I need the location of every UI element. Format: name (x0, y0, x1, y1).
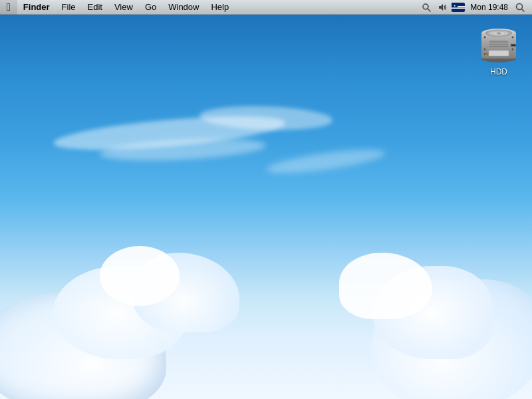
menu-finder[interactable]: Finder (17, 0, 56, 15)
cloud-wispy-4 (265, 145, 386, 178)
hdd-label: HDD (487, 66, 510, 77)
svg-rect-23 (511, 45, 515, 46)
menubar:  Finder File Edit View Go Window Help (0, 0, 532, 15)
volume-icon[interactable] (436, 1, 449, 14)
menu-view[interactable]: View (108, 0, 139, 15)
menu-go[interactable]: Go (139, 0, 162, 15)
menu-edit[interactable]: Edit (82, 0, 108, 15)
menu-help[interactable]: Help (205, 0, 235, 15)
menubar-left:  Finder File Edit View Go Window Help (0, 0, 420, 15)
menu-file[interactable]: File (56, 0, 82, 15)
svg-rect-6 (452, 7, 465, 9)
language-flag-icon[interactable]: ★ (452, 1, 465, 14)
apple-menu[interactable]:  (0, 0, 17, 15)
cloud-bottom-right-3 (339, 253, 432, 319)
desktop:  Finder File Edit View Go Window Help (0, 0, 532, 399)
svg-point-25 (484, 49, 486, 51)
svg-marker-2 (439, 4, 443, 11)
menubar-clock[interactable]: Mon 19:48 (467, 3, 511, 12)
spotlight-right-icon[interactable] (513, 1, 527, 14)
spotlight-icon[interactable] (420, 1, 433, 14)
hdd-image (479, 24, 519, 64)
svg-point-27 (512, 49, 514, 51)
svg-line-1 (428, 9, 430, 11)
menu-window[interactable]: Window (162, 0, 205, 15)
svg-text:★: ★ (454, 3, 456, 7)
svg-point-26 (512, 37, 514, 39)
cloud-bottom-left-4 (100, 246, 180, 306)
hdd-drive-icon[interactable]: HDD (472, 21, 525, 80)
svg-rect-21 (489, 51, 509, 56)
svg-point-24 (484, 37, 486, 39)
menubar-right: ★ Mon 19:48 (420, 1, 532, 14)
svg-rect-20 (485, 54, 487, 55)
svg-point-18 (497, 33, 501, 34)
svg-line-10 (522, 9, 525, 11)
